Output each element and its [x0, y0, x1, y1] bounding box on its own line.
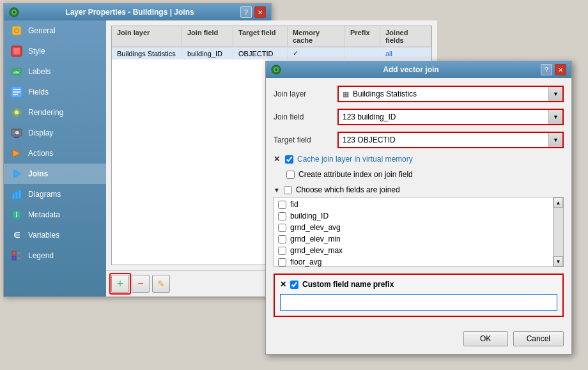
- cache-x-mark: ✕: [274, 155, 280, 164]
- join-field-arrow[interactable]: ▼: [548, 110, 562, 124]
- field-floor-avg-checkbox[interactable]: [278, 258, 286, 266]
- sidebar-label-general: General: [28, 26, 56, 35]
- metadata-icon: i: [10, 208, 23, 221]
- sidebar-item-rendering[interactable]: Rendering: [4, 102, 106, 123]
- add-join-button[interactable]: +: [111, 275, 129, 293]
- sidebar-item-legend[interactable]: Legend: [4, 245, 106, 266]
- sidebar-item-style[interactable]: Style: [4, 41, 106, 61]
- prefix-checkbox[interactable]: [290, 281, 298, 289]
- main-window-title: Layer Properties - Buildings | Joins: [19, 8, 240, 17]
- list-item: grnd_elev_max: [274, 245, 553, 256]
- prefix-input[interactable]: [280, 294, 557, 311]
- help-button[interactable]: ?: [240, 6, 252, 18]
- join-field-value: 123 building_ID: [343, 112, 396, 121]
- field-fid-checkbox[interactable]: [278, 201, 286, 209]
- sidebar-item-general[interactable]: General: [4, 20, 106, 41]
- field-grnd-elev-max-checkbox[interactable]: [278, 247, 286, 255]
- close-button[interactable]: ✕: [254, 6, 266, 18]
- svg-text:i: i: [16, 212, 18, 219]
- prefix-label: Custom field name prefix: [302, 280, 394, 289]
- target-field-label: Target field: [274, 135, 331, 144]
- display-icon: 💬: [10, 127, 23, 139]
- edit-join-button[interactable]: ✎: [152, 275, 170, 293]
- svg-rect-28: [17, 252, 21, 254]
- cache-checkbox[interactable]: [285, 155, 293, 164]
- sidebar-item-actions[interactable]: Actions: [4, 143, 106, 164]
- list-item: grnd_elev_min: [274, 233, 553, 245]
- remove-join-button[interactable]: −: [132, 275, 150, 293]
- svg-point-32: [275, 68, 277, 71]
- fields-header: ▼ Choose which fields are joined: [274, 185, 564, 194]
- join-layer-combo-wrapper: ▦ Buildings Statistics ▼: [337, 86, 564, 102]
- sidebar-label-diagrams: Diagrams: [28, 190, 61, 199]
- target-field-combo-wrapper: 123 OBJECTID ▼: [337, 132, 564, 148]
- field-grnd-elev-avg-checkbox[interactable]: [278, 224, 286, 232]
- cancel-button[interactable]: Cancel: [513, 331, 564, 346]
- actions-icon: [10, 147, 23, 160]
- sidebar-item-metadata[interactable]: i Metadata: [4, 204, 106, 225]
- diagrams-icon: [10, 188, 23, 201]
- dialog-close-button[interactable]: ✕: [555, 64, 566, 75]
- field-grnd-elev-avg-label: grnd_elev_avg: [290, 223, 341, 232]
- cell-prefix: [345, 52, 380, 56]
- sidebar-item-fields[interactable]: Fields: [4, 82, 106, 102]
- fields-section: ▼ Choose which fields are joined fid bui…: [274, 185, 564, 267]
- cache-checkbox-row: ✕ Cache join layer in virtual memory: [274, 155, 564, 164]
- dialog-title-controls: ? ✕: [541, 64, 566, 75]
- target-field-combo[interactable]: 123 OBJECTID ▼: [337, 132, 564, 148]
- fields-scrollbar: ▲ ▼: [553, 197, 563, 266]
- scrollbar-up-btn[interactable]: ▲: [553, 197, 563, 208]
- sidebar-label-labels: Labels: [28, 67, 50, 76]
- add-vector-join-dialog: Add vector join ? ✕ Join layer ▦ Buildin…: [265, 61, 572, 355]
- cell-memory-cache: ✓: [288, 47, 345, 59]
- main-title-bar: Layer Properties - Buildings | Joins ? ✕: [4, 4, 271, 20]
- dialog-help-button[interactable]: ?: [541, 64, 552, 75]
- index-checkbox[interactable]: [286, 171, 295, 179]
- sidebar-item-variables[interactable]: ∈ Variables: [4, 225, 106, 245]
- svg-rect-12: [13, 94, 18, 95]
- join-field-label: Join field: [274, 112, 331, 121]
- cell-target-field: OBJECTID: [233, 48, 288, 59]
- fields-triangle-btn[interactable]: ▼: [274, 187, 280, 194]
- field-grnd-elev-min-checkbox[interactable]: [278, 235, 286, 243]
- choose-fields-checkbox[interactable]: [284, 186, 292, 194]
- prefix-section: ✕ Custom field name prefix: [274, 274, 564, 317]
- target-field-row: Target field 123 OBJECTID ▼: [274, 132, 564, 148]
- svg-rect-3: [12, 26, 21, 35]
- fields-icon: [10, 86, 23, 98]
- field-building-id-checkbox[interactable]: [278, 212, 286, 220]
- cell-joined-fields: all: [380, 48, 431, 59]
- svg-rect-22: [19, 190, 21, 199]
- sidebar-item-diagrams[interactable]: Diagrams: [4, 184, 106, 204]
- svg-rect-27: [12, 256, 16, 260]
- scrollbar-down-btn[interactable]: ▼: [553, 256, 563, 266]
- fields-list: fid building_ID grnd_elev_avg grnd_elev_…: [274, 197, 553, 266]
- sidebar-item-labels[interactable]: abc Labels: [4, 61, 106, 82]
- sidebar-item-joins[interactable]: Joins: [4, 164, 106, 184]
- dialog-qgis-logo-icon: [271, 65, 281, 75]
- svg-text:💬: 💬: [15, 130, 20, 135]
- svg-marker-18: [13, 150, 20, 157]
- list-item: floor_avg: [274, 256, 553, 266]
- fields-list-wrapper: fid building_ID grnd_elev_avg grnd_elev_…: [274, 197, 564, 267]
- join-field-combo[interactable]: 123 building_ID ▼: [337, 109, 564, 125]
- svg-rect-20: [12, 194, 15, 199]
- dialog-title-text: Add vector join: [281, 65, 541, 74]
- legend-icon: [10, 249, 23, 262]
- col-header-target-field: Target field: [233, 26, 288, 47]
- target-field-arrow[interactable]: ▼: [548, 133, 562, 147]
- cache-label: Cache join layer in virtual memory: [297, 155, 413, 164]
- svg-rect-10: [13, 89, 20, 90]
- prefix-x-mark: ✕: [280, 280, 286, 289]
- join-layer-value: Buildings Statistics: [353, 89, 417, 98]
- join-layer-combo[interactable]: ▦ Buildings Statistics ▼: [337, 86, 564, 102]
- table-row[interactable]: Buildings Statistics building_ID OBJECTI…: [112, 47, 431, 59]
- sidebar-item-display[interactable]: 💬 Display: [4, 123, 106, 143]
- sidebar-label-rendering: Rendering: [28, 108, 63, 117]
- join-field-row: Join field 123 building_ID ▼: [274, 109, 564, 125]
- svg-rect-26: [12, 251, 16, 255]
- svg-rect-6: [13, 48, 20, 54]
- ok-button[interactable]: OK: [463, 331, 508, 346]
- sidebar-label-display: Display: [28, 128, 53, 137]
- join-layer-arrow[interactable]: ▼: [548, 87, 562, 101]
